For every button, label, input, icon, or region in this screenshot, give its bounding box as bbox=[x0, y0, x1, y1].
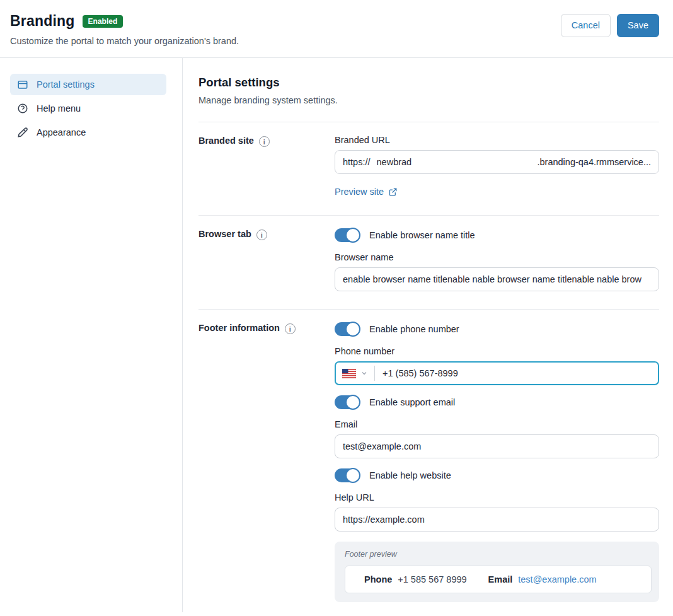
phone-value: +1 (585) 567-8999 bbox=[383, 368, 458, 378]
sidebar-item-appearance[interactable]: Appearance bbox=[10, 122, 166, 143]
branded-url-label: Branded URL bbox=[335, 135, 659, 145]
section-label-footer-information: Footer information bbox=[198, 323, 280, 333]
sidebar-item-label: Portal settings bbox=[37, 79, 95, 90]
page-title: Branding bbox=[10, 13, 75, 30]
sidebar-item-portal-settings[interactable]: Portal settings bbox=[10, 74, 166, 95]
toggle-knob bbox=[345, 322, 360, 337]
section-browser-tab: Browser tab i Enable browser name title … bbox=[198, 215, 659, 309]
browser-window-icon bbox=[16, 79, 29, 90]
page-subtitle: Customize the portal to match your organ… bbox=[10, 36, 239, 46]
section-label-branded-site: Branded site bbox=[198, 136, 254, 146]
page-header: Branding Enabled Customize the portal to… bbox=[0, 0, 673, 58]
sidebar: Portal settings Help menu Appearance bbox=[0, 58, 183, 612]
support-email-toggle[interactable] bbox=[335, 395, 360, 409]
section-label-browser-tab: Browser tab bbox=[198, 229, 251, 239]
save-button[interactable]: Save bbox=[617, 14, 659, 37]
toggle-knob bbox=[345, 395, 360, 410]
phone-toggle-label: Enable phone number bbox=[369, 324, 459, 334]
cancel-button[interactable]: Cancel bbox=[561, 14, 611, 37]
main-subtitle: Manage branding system settings. bbox=[198, 95, 659, 105]
preview-phone-value: +1 585 567 8999 bbox=[398, 574, 466, 584]
browser-name-toggle-label: Enable browser name title bbox=[369, 230, 475, 240]
footer-preview-title: Footer preview bbox=[345, 550, 652, 559]
browser-name-input[interactable] bbox=[335, 267, 659, 291]
help-toggle-label: Enable help website bbox=[369, 470, 451, 480]
help-website-toggle[interactable] bbox=[335, 468, 360, 482]
status-badge: Enabled bbox=[83, 15, 124, 28]
phone-number-input[interactable]: +1 (585) 567-8999 bbox=[335, 361, 659, 385]
phone-number-toggle[interactable] bbox=[335, 322, 360, 336]
phone-number-label: Phone number bbox=[335, 346, 659, 356]
help-url-label: Help URL bbox=[335, 492, 659, 503]
url-prefix: https:// bbox=[343, 157, 371, 167]
toggle-knob bbox=[345, 228, 360, 243]
footer-preview-card: Phone +1 585 567 8999 Email test@example… bbox=[345, 566, 652, 593]
help-circle-icon bbox=[16, 103, 29, 114]
sidebar-item-label: Help menu bbox=[37, 103, 81, 113]
help-url-input[interactable] bbox=[335, 508, 659, 532]
us-flag-icon bbox=[342, 369, 356, 378]
preview-site-label: Preview site bbox=[335, 187, 384, 197]
email-label: Email bbox=[335, 419, 659, 429]
external-link-icon bbox=[388, 187, 398, 197]
section-footer-information: Footer information i Enable phone number… bbox=[198, 309, 659, 616]
country-selector[interactable] bbox=[342, 369, 374, 378]
branded-url-value-field[interactable] bbox=[377, 157, 538, 167]
divider bbox=[374, 366, 375, 381]
section-branded-site: Branded site i Branded URL https:// .bra… bbox=[198, 122, 659, 215]
footer-preview: Footer preview Phone +1 585 567 8999 Ema… bbox=[335, 542, 659, 602]
branded-url-input[interactable]: https:// .branding-qa4.rmmservice... bbox=[335, 150, 659, 174]
main-title: Portal settings bbox=[198, 76, 659, 90]
chevron-down-icon bbox=[360, 369, 368, 377]
pen-icon bbox=[16, 127, 29, 138]
sidebar-item-help-menu[interactable]: Help menu bbox=[10, 98, 166, 119]
preview-phone-label: Phone bbox=[364, 574, 392, 584]
preview-site-link[interactable]: Preview site bbox=[335, 187, 398, 197]
email-input[interactable] bbox=[335, 434, 659, 458]
info-icon[interactable]: i bbox=[259, 136, 270, 147]
browser-name-label: Browser name bbox=[335, 252, 659, 262]
toggle-knob bbox=[345, 468, 360, 483]
preview-email-link[interactable]: test@example.com bbox=[518, 574, 596, 584]
browser-name-toggle[interactable] bbox=[335, 228, 360, 242]
email-toggle-label: Enable support email bbox=[369, 397, 455, 407]
url-suffix: .branding-qa4.rmmservice... bbox=[537, 157, 651, 167]
info-icon[interactable]: i bbox=[285, 323, 296, 334]
main-panel: Portal settings Manage branding system s… bbox=[183, 58, 673, 612]
preview-email-label: Email bbox=[488, 574, 513, 584]
info-icon[interactable]: i bbox=[256, 230, 267, 240]
sidebar-item-label: Appearance bbox=[37, 127, 86, 137]
